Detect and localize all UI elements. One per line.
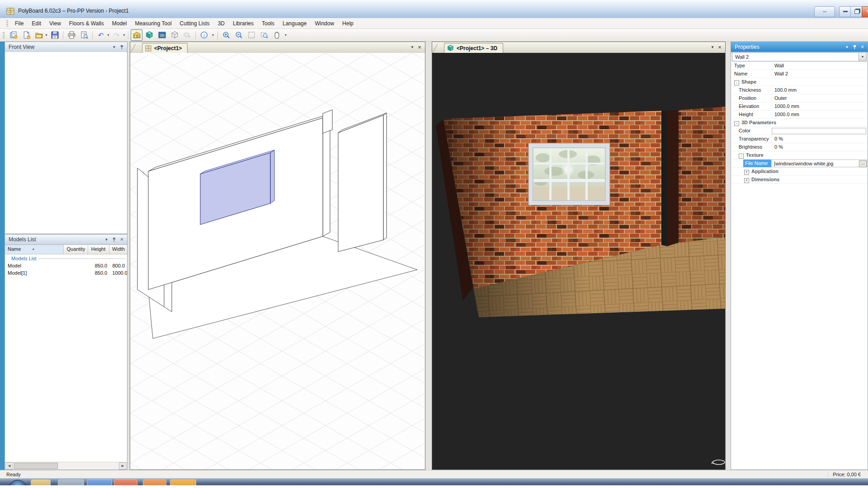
property-label: Type [731, 62, 771, 70]
zoom-out-button[interactable] [233, 29, 245, 41]
render-3d-canvas[interactable] [432, 53, 725, 469]
close-panel-icon[interactable]: × [859, 44, 866, 51]
object-selector-combobox[interactable]: Wall 2 ▼ [732, 52, 867, 61]
view-3d-button[interactable] [143, 29, 155, 41]
menu-window[interactable]: Window [311, 19, 338, 28]
scroll-right-arrow[interactable]: ▶ [119, 462, 127, 469]
table-row[interactable]: Model 850.0 800.0 [5, 263, 127, 270]
tab-project1-3d[interactable]: <Project1> – 3D [444, 43, 503, 53]
menu-3d[interactable]: 3D [214, 19, 229, 28]
taskbar-app-icon[interactable] [143, 479, 166, 486]
pin-icon[interactable] [111, 236, 118, 243]
pin-icon[interactable] [118, 44, 125, 51]
menu-edit[interactable]: Edit [28, 19, 45, 28]
scroll-left-arrow[interactable]: ◀ [5, 462, 13, 469]
resize-arrows-button[interactable]: ⇔ [814, 6, 835, 17]
column-header-width[interactable]: Width [109, 245, 127, 254]
zoom-in-button[interactable] [220, 29, 232, 41]
toolbar-separator [92, 31, 93, 39]
menu-model[interactable]: Model [108, 19, 131, 28]
restore-button[interactable] [850, 6, 863, 17]
zoom-window-button[interactable] [245, 29, 257, 41]
menu-tools[interactable]: Tools [258, 19, 278, 28]
expand-icon[interactable]: + [744, 170, 749, 175]
plan-view-canvas[interactable] [130, 53, 425, 469]
undo-dropdown-arrow[interactable]: ▼ [106, 33, 110, 37]
property-value[interactable]: 0 % [772, 143, 867, 151]
column-header-quantity[interactable]: Quantity [64, 245, 88, 254]
open-dropdown-arrow[interactable]: ▼ [44, 33, 48, 37]
info-button[interactable]: i [198, 29, 210, 41]
close-document-icon[interactable]: × [416, 44, 423, 51]
print-button[interactable] [66, 29, 77, 41]
close-panel-icon[interactable]: × [118, 236, 125, 243]
property-row: Color [731, 127, 867, 135]
property-value[interactable]: Wall [772, 62, 867, 70]
menu-measuring-tool[interactable]: Measuring Tool [131, 19, 175, 28]
column-header-height[interactable]: Height [88, 245, 109, 254]
collapse-icon[interactable]: - [734, 121, 739, 126]
property-value[interactable]: 1000.0 mm [772, 103, 867, 110]
view-2d-button[interactable]: 2D [156, 29, 168, 41]
scrollbar-thumb[interactable] [14, 463, 58, 469]
pin-icon[interactable] [851, 44, 858, 51]
menu-language[interactable]: Language [278, 19, 311, 28]
pan-button[interactable] [271, 29, 283, 41]
menu-help[interactable]: Help [338, 19, 358, 28]
menu-cutting-lists[interactable]: Cutting Lists [176, 19, 214, 28]
property-value[interactable]: 100.0 mm [772, 86, 867, 94]
minimize-button[interactable] [839, 6, 852, 17]
menu-file[interactable]: File [11, 19, 28, 28]
taskbar-app-icon[interactable] [170, 479, 196, 486]
print-preview-button[interactable] [78, 29, 90, 41]
new-model-button[interactable] [20, 29, 32, 41]
tab-list-dropdown-icon[interactable]: ▼ [709, 44, 716, 51]
menu-libraries[interactable]: Libraries [229, 19, 258, 28]
collapse-icon[interactable]: - [734, 80, 739, 85]
zoom-extents-button[interactable] [258, 29, 270, 41]
property-label[interactable]: File Name [743, 160, 771, 167]
window-position-icon[interactable]: ▼ [103, 236, 110, 243]
export-3d-button[interactable] [181, 29, 193, 41]
new-project-button[interactable] [8, 29, 19, 41]
save-button[interactable] [49, 29, 61, 41]
menu-view[interactable]: View [45, 19, 65, 28]
chevron-down-icon[interactable]: ▼ [859, 53, 866, 61]
expand-icon[interactable]: + [744, 178, 749, 183]
taskbar-app-icon[interactable] [87, 479, 112, 486]
collapse-icon[interactable]: - [739, 154, 744, 159]
taskbar-app-icon[interactable] [31, 479, 51, 486]
tab-list-dropdown-icon[interactable]: ▼ [409, 44, 416, 51]
menu-floors-walls[interactable]: Floors & Walls [65, 19, 108, 28]
taskbar-app-icon[interactable] [58, 479, 84, 486]
close-document-icon[interactable]: × [716, 44, 723, 51]
horizontal-scrollbar[interactable]: ◀ ▶ [5, 462, 127, 469]
file-name-input[interactable]: windows\window white.jpg [772, 160, 867, 167]
browse-button[interactable]: ... [859, 160, 867, 167]
taskbar-app-icon[interactable] [114, 479, 137, 486]
open-button[interactable] [33, 29, 45, 41]
toolbar-overflow-button[interactable]: ▼ [210, 33, 216, 37]
models-list-group-row[interactable]: Models List [5, 254, 127, 263]
property-row-selected: File Name windows\window white.jpg ... [731, 160, 867, 168]
property-value[interactable]: 1000.0 mm [772, 111, 867, 118]
redo-button[interactable]: ↷ [111, 29, 123, 41]
window-position-icon[interactable]: ▼ [111, 44, 118, 51]
property-value[interactable]: Wall 2 [772, 70, 867, 78]
floors-walls-mode-button[interactable] [131, 29, 142, 41]
column-header-name[interactable]: Name▲ [5, 245, 64, 254]
undo-button[interactable]: ↶ [95, 29, 107, 41]
property-value[interactable]: Outer [772, 94, 867, 102]
windows-taskbar [0, 478, 868, 486]
color-value-field[interactable] [772, 128, 866, 134]
table-row[interactable]: Model[1] 850.0 1000.0 [5, 270, 127, 277]
tab-project1[interactable]: <Project1> [142, 43, 188, 53]
close-button[interactable]: × [862, 6, 868, 17]
property-value[interactable]: 0 % [772, 135, 867, 143]
front-view-canvas[interactable] [5, 52, 127, 233]
window-position-icon[interactable]: ▼ [844, 44, 850, 51]
wireframe-view-button[interactable] [169, 29, 180, 41]
title-bar: PolyBoard 6.02c3 – Pro-PP Version - Proj… [0, 0, 868, 19]
toolbar-overflow-button[interactable]: ▼ [283, 33, 288, 37]
redo-dropdown-arrow[interactable]: ▼ [122, 33, 126, 37]
